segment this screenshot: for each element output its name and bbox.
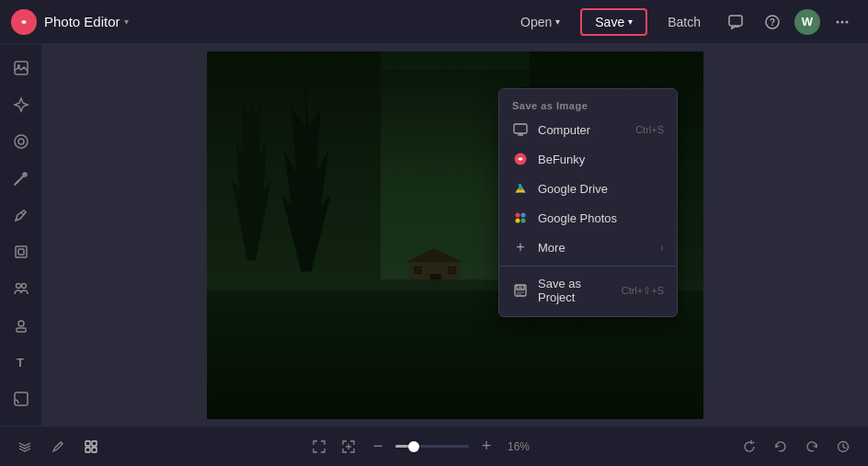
redo-button[interactable] bbox=[798, 433, 826, 460]
svg-point-16 bbox=[18, 321, 24, 326]
svg-rect-20 bbox=[514, 124, 527, 133]
dropdown-divider bbox=[499, 266, 677, 267]
sidebar-item-text[interactable]: T bbox=[5, 346, 38, 379]
save-button[interactable]: Save ▾ bbox=[580, 8, 647, 36]
svg-point-25 bbox=[521, 219, 526, 223]
app-title-chevron-icon: ▾ bbox=[124, 17, 129, 27]
right-controls bbox=[736, 433, 857, 460]
zoom-percent: 16% bbox=[504, 440, 533, 453]
svg-rect-19 bbox=[15, 392, 28, 405]
svg-point-5 bbox=[841, 20, 844, 23]
save-project-icon bbox=[512, 282, 529, 299]
fit-icon bbox=[341, 439, 356, 454]
save-more-label: More bbox=[538, 241, 565, 255]
sidebar-item-frame[interactable] bbox=[5, 235, 38, 268]
svg-point-22 bbox=[516, 213, 520, 218]
zoom-slider-thumb bbox=[408, 441, 419, 452]
sidebar-item-effects[interactable] bbox=[5, 88, 38, 121]
more-chevron-icon: › bbox=[660, 242, 664, 253]
history-button[interactable] bbox=[829, 433, 857, 460]
save-gdrive-item[interactable]: Google Drive bbox=[499, 174, 677, 203]
zoom-in-button[interactable]: + bbox=[474, 435, 498, 459]
svg-text:T: T bbox=[17, 356, 24, 369]
grid-button[interactable] bbox=[77, 433, 105, 460]
expand-icon bbox=[312, 439, 326, 454]
zoom-controls: − + 16% bbox=[307, 435, 533, 459]
header-menu-icon-button[interactable] bbox=[828, 7, 857, 37]
chat-icon-button[interactable] bbox=[721, 7, 750, 37]
plus-icon: + bbox=[512, 239, 529, 256]
svg-rect-29 bbox=[92, 441, 97, 446]
layers-button[interactable] bbox=[11, 433, 39, 460]
computer-icon bbox=[512, 121, 529, 138]
fit-button[interactable] bbox=[337, 435, 360, 459]
help-icon: ? bbox=[764, 14, 781, 30]
save-project-shortcut: Ctrl+⇧+S bbox=[622, 285, 664, 297]
svg-rect-12 bbox=[16, 246, 27, 257]
open-label: Open bbox=[520, 15, 552, 29]
redo-icon bbox=[805, 439, 819, 454]
save-gdrive-label: Google Drive bbox=[538, 182, 608, 196]
sidebar-item-retouch[interactable] bbox=[5, 162, 38, 195]
svg-rect-13 bbox=[18, 249, 24, 255]
svg-rect-28 bbox=[86, 441, 90, 446]
save-label: Save bbox=[595, 15, 624, 29]
layers-icon bbox=[17, 439, 32, 454]
user-avatar[interactable]: W bbox=[794, 9, 820, 35]
sidebar-item-people[interactable] bbox=[5, 272, 38, 305]
undo-button[interactable] bbox=[767, 433, 794, 460]
refresh-icon bbox=[742, 439, 757, 454]
batch-button[interactable]: Batch bbox=[655, 9, 714, 35]
befunky-icon bbox=[512, 151, 529, 167]
zoom-slider[interactable] bbox=[395, 445, 469, 448]
app-logo[interactable] bbox=[11, 9, 37, 35]
canvas-area: Save as Image Computer Ctrl+S bbox=[42, 44, 868, 426]
save-computer-shortcut: Ctrl+S bbox=[635, 124, 664, 135]
svg-rect-17 bbox=[17, 328, 26, 332]
dropdown-section-title: Save as Image bbox=[499, 95, 677, 115]
sidebar-item-draw[interactable] bbox=[5, 199, 38, 232]
svg-rect-27 bbox=[519, 286, 522, 290]
svg-rect-31 bbox=[92, 448, 97, 452]
refresh-button[interactable] bbox=[736, 433, 763, 460]
zoom-out-button[interactable]: − bbox=[366, 435, 390, 459]
sidebar-item-stickers[interactable] bbox=[5, 382, 38, 415]
save-more-item[interactable]: + More › bbox=[499, 233, 677, 262]
svg-point-23 bbox=[521, 213, 526, 218]
batch-label: Batch bbox=[668, 15, 701, 29]
svg-rect-30 bbox=[86, 448, 90, 452]
svg-point-6 bbox=[846, 20, 849, 23]
svg-point-4 bbox=[837, 20, 839, 23]
save-gphotos-item[interactable]: Google Photos bbox=[499, 203, 677, 233]
edit-icon bbox=[51, 439, 65, 454]
save-computer-label: Computer bbox=[538, 123, 590, 137]
user-initial: W bbox=[802, 15, 813, 28]
app-title-area[interactable]: Photo Editor ▾ bbox=[44, 14, 129, 29]
grid-icon bbox=[84, 439, 98, 454]
bottom-toolbar: − + 16% bbox=[0, 426, 868, 466]
sidebar-item-view[interactable] bbox=[5, 125, 38, 158]
sidebar-item-graphics[interactable] bbox=[5, 309, 38, 342]
header: Photo Editor ▾ Open ▾ Save ▾ Batch ? W bbox=[0, 0, 868, 44]
gphotos-icon bbox=[512, 210, 529, 226]
sidebar-item-photos[interactable] bbox=[5, 51, 38, 85]
save-befunky-label: BeFunky bbox=[538, 153, 585, 166]
app-title: Photo Editor bbox=[44, 14, 120, 29]
open-chevron-icon: ▾ bbox=[555, 17, 560, 27]
save-gphotos-label: Google Photos bbox=[538, 211, 617, 225]
main-area: T bbox=[0, 44, 868, 426]
help-icon-button[interactable]: ? bbox=[758, 7, 787, 37]
save-befunky-item[interactable]: BeFunky bbox=[499, 144, 677, 174]
save-computer-item[interactable]: Computer Ctrl+S bbox=[499, 115, 677, 144]
svg-text:?: ? bbox=[770, 17, 775, 28]
svg-point-24 bbox=[516, 219, 520, 223]
save-project-label: Save as Project bbox=[538, 277, 612, 304]
svg-rect-1 bbox=[729, 16, 742, 26]
expand-button[interactable] bbox=[307, 435, 331, 459]
undo-icon bbox=[773, 439, 788, 454]
open-button[interactable]: Open ▾ bbox=[508, 9, 573, 35]
edit-button[interactable] bbox=[44, 433, 72, 460]
left-sidebar: T bbox=[0, 44, 42, 426]
save-chevron-icon: ▾ bbox=[628, 17, 633, 27]
save-project-item[interactable]: Save as Project Ctrl+⇧+S bbox=[499, 270, 677, 311]
